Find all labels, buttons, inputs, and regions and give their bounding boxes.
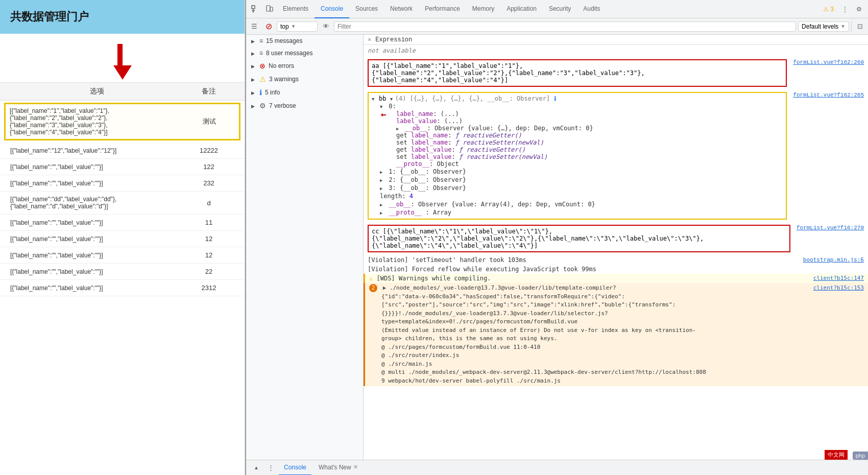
tree-expand[interactable] <box>380 209 385 216</box>
expand-icon[interactable]: ▶ <box>383 284 387 291</box>
row-notes: 12222 <box>183 147 234 154</box>
device-icon[interactable] <box>262 2 277 16</box>
tab-elements[interactable]: Elements <box>277 0 315 18</box>
sidebar-label: 3 warnings <box>269 76 358 83</box>
tab-network[interactable]: Network <box>384 0 419 18</box>
cn-badge: 中文网 <box>825 450 848 460</box>
sidebar-icon-messages: ≡ <box>259 37 263 44</box>
tab-security[interactable]: Security <box>543 0 577 18</box>
sidebar-item-all-messages[interactable]: ≡ 15 messages <box>246 35 363 47</box>
close-expression-button[interactable]: ✕ <box>368 36 371 43</box>
tree-expand[interactable] <box>380 168 385 175</box>
expand-icon <box>251 37 256 44</box>
warning-count: ⚠ 3 <box>819 6 838 13</box>
level-selector[interactable]: Default levels ▼ <box>798 21 849 32</box>
bottom-tab-whatsnew[interactable]: What's New ✕ <box>314 460 363 476</box>
tab-application[interactable]: Application <box>500 0 543 18</box>
table-row: [{"label_name":"","label_value":""}] 122 <box>0 159 245 175</box>
row-notes: 测试 <box>184 117 235 126</box>
sidebar-item-warnings[interactable]: ⚠ 3 warnings <box>246 73 363 86</box>
cc-line1: cc [{\"label_name\":\"1\",\"label_value\… <box>372 228 552 235</box>
php-badge: php <box>853 452 868 460</box>
tree-expand[interactable] <box>396 125 401 132</box>
col-options-header: 选项 <box>10 87 183 96</box>
expression-label: Expression <box>375 36 412 43</box>
row-options: [{"label_name":"","label_value":""}] <box>10 219 183 226</box>
context-selector[interactable]: top ▼ <box>277 21 318 32</box>
whatsnew-close-button[interactable]: ✕ <box>353 464 358 470</box>
sidebar-toggle-button[interactable]: ☰ <box>248 20 260 33</box>
cc-line3: {\"label_name\":\"4\",\"label_value\":\"… <box>372 242 538 249</box>
inspect-icon[interactable] <box>248 2 262 16</box>
row-options: [{"label_name":"","label_value":""}] <box>10 284 183 292</box>
level-value: Default levels <box>802 23 838 30</box>
table-row[interactable]: [{"label_name":"1","label_value":"1"},{"… <box>4 103 240 140</box>
violation-source[interactable]: bootstrap.min.js:6 <box>803 256 864 264</box>
sidebar-label: 8 user messages <box>266 50 358 57</box>
tree-expand[interactable] <box>380 201 385 208</box>
expand-icon <box>251 102 256 109</box>
app-title: 共数据管理门户 <box>0 0 245 34</box>
bottom-tab-console[interactable]: Console <box>279 460 311 476</box>
clear-console-button[interactable]: ⊘ <box>262 20 275 33</box>
svg-rect-4 <box>270 7 273 11</box>
table-row: [{"label_name":"","label_value":""}] 232 <box>0 175 245 192</box>
sidebar-label: 5 info <box>265 89 358 96</box>
settings-button[interactable]: ⚙ <box>852 6 866 13</box>
sidebar-label: 7 verbose <box>269 102 358 109</box>
group-by-frame-button[interactable]: ⊡ <box>854 20 866 33</box>
cc-source[interactable]: formList.vue?f16:270 <box>797 225 864 231</box>
tab-sources[interactable]: Sources <box>349 0 384 18</box>
row-notes: 12 <box>183 251 234 259</box>
violation-timeout: [Violation] 'setTimeout' handler took 10… <box>364 255 868 265</box>
left-panel: 共数据管理门户 选项 备注 [{"label_name":"1","label_… <box>0 0 245 475</box>
expand-icon <box>251 76 256 83</box>
bb-expand-icon[interactable] <box>372 95 377 102</box>
tab-performance[interactable]: Performance <box>419 0 466 18</box>
table-row: [{"label_name":"","label_value":""}] 231… <box>0 280 245 296</box>
sidebar-icon-info: ℹ <box>259 88 262 97</box>
row-options: [{"label_name":"","label_value":""}] <box>10 252 183 259</box>
sidebar-item-info[interactable]: ℹ 5 info <box>246 86 363 99</box>
error-source[interactable]: client?b15c:153 <box>813 284 864 293</box>
tree-expand[interactable] <box>380 176 385 183</box>
eye-icon[interactable]: 👁 <box>320 20 332 33</box>
bottom-menu-icon[interactable]: ⋮ <box>264 462 277 474</box>
row-notes: 11 <box>183 219 234 226</box>
row-notes: 12 <box>183 235 234 243</box>
sidebar-item-verbose[interactable]: ⚙ 7 verbose <box>246 99 363 112</box>
bottom-expand-icon[interactable]: ▲ <box>250 462 262 474</box>
row-notes: 22 <box>183 268 234 275</box>
tab-audits[interactable]: Audits <box>577 0 606 18</box>
table-row: [{"label_name":"","label_value":""}] 12 <box>0 247 245 264</box>
bb-source[interactable]: formList.vue?f162:265 <box>793 92 864 98</box>
not-available-text: not available <box>364 45 868 56</box>
sidebar-icon-user: ≡ <box>259 50 263 57</box>
row-options: [{"label_name":"dd","label_value":"dd"},… <box>10 196 183 210</box>
log-bb-box: bb (4) [{…}, {…}, {…}, {…}, __ob__: Obse… <box>368 92 787 220</box>
sidebar-item-errors[interactable]: ⊗ No errors <box>246 59 363 73</box>
error-num: 2 <box>369 284 377 292</box>
sidebar-label: 15 messages <box>266 37 358 44</box>
aa-line3: {"label_name":"4","label_value":"4"}] <box>372 77 508 84</box>
svg-rect-0 <box>252 6 255 9</box>
sidebar-icon-error: ⊗ <box>259 62 266 70</box>
aa-source[interactable]: formList.vue?f162:260 <box>793 59 864 65</box>
arrow-area <box>0 34 245 82</box>
tab-memory[interactable]: Memory <box>466 0 500 18</box>
sidebar-item-user-messages[interactable]: ≡ 8 user messages <box>246 47 363 59</box>
more-tabs-button[interactable]: ⋮ <box>838 6 852 13</box>
tab-console[interactable]: Console <box>315 0 349 18</box>
wds-source[interactable]: client?b15c:147 <box>813 275 864 282</box>
row-options: [{"label_name":"","label_value":""}] <box>10 268 183 275</box>
table-row: [{"label_name":"","label_value":""}] 11 <box>0 215 245 231</box>
cc-line2: {\"label_name\":\"2\",\"label_value\":\"… <box>372 235 704 242</box>
bb-header: bb (4) [{…}, {…}, {…}, {…}, __ob__: Obse… <box>379 95 550 102</box>
sidebar-icon-verbose: ⚙ <box>259 102 266 110</box>
wds-warning-line: ⚠ [WDS] Warnings while compiling. client… <box>364 274 868 283</box>
expand-icon <box>251 50 256 57</box>
row-options: [{"label_name":"","label_value":""}] <box>10 235 183 243</box>
tree-expand[interactable] <box>380 184 385 192</box>
filter-input[interactable] <box>334 21 796 32</box>
aa-line2: {"label_name":"2","label_value":"2"},{"l… <box>372 69 645 77</box>
